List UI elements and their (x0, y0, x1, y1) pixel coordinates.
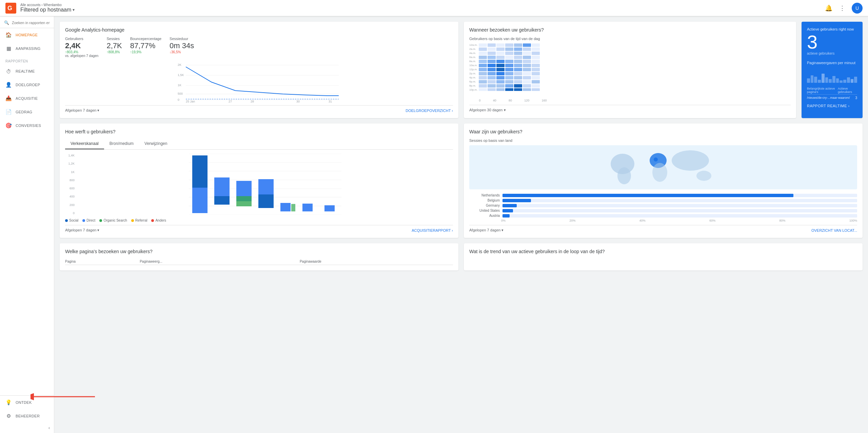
sidebar-collapse-button[interactable]: ‹ (0, 423, 54, 433)
svg-rect-58 (523, 64, 531, 67)
bar-chart-tabs: Verkeerskanaal Bron/medium Verwijzingen (65, 138, 453, 150)
sidebar-item-gedrag[interactable]: 📄 GEDRAG (0, 105, 54, 119)
locatie-overzicht-link[interactable]: OVERZICHT VAN LOCAT... (811, 228, 857, 232)
metric-sessies-change: ↑808,8% (106, 50, 122, 54)
svg-rect-52 (532, 60, 540, 63)
sparkline-bars (807, 68, 857, 83)
svg-rect-117 (192, 155, 208, 188)
conversies-icon: 🎯 (5, 122, 12, 129)
country-united-states: United States (469, 209, 857, 212)
metric-bounce-value: 87,77% (130, 41, 161, 50)
page-title[interactable]: Filtered op hostnaam ▾ (20, 7, 825, 13)
svg-rect-85 (514, 80, 522, 83)
svg-rect-90 (496, 84, 505, 88)
svg-rect-77 (505, 76, 513, 79)
svg-rect-118 (192, 188, 208, 213)
svg-rect-127 (302, 204, 313, 211)
tab-bron-medium[interactable]: Bron/medium (104, 138, 139, 149)
rapport-realtime-button[interactable]: RAPPORT REALTIME › (807, 104, 857, 108)
search-input[interactable] (12, 21, 50, 25)
svg-rect-80 (532, 76, 540, 79)
sidebar-item-beheerder[interactable]: ⚙ BEHEERDER (0, 409, 54, 423)
svg-rect-25 (479, 48, 487, 51)
col-paginawaarde: Paginawaarde (300, 258, 453, 265)
svg-rect-72 (523, 72, 531, 75)
svg-rect-33 (488, 52, 496, 55)
metric-gebruikers-label: Gebruikers (65, 37, 98, 41)
legend-direct: Direct (82, 219, 95, 222)
svg-rect-40 (488, 56, 496, 59)
welke-paginas-title: Welke pagina's bezoeken uw gebruikers? (65, 249, 453, 254)
svg-point-142 (654, 157, 658, 162)
wanneer-title: Wanneer bezoeken uw gebruikers? (469, 27, 791, 33)
line-chart-area: 2K 1,5K 1K 500 0 25 Jan (65, 62, 453, 102)
reports-section-label: Rapporten (0, 55, 54, 64)
svg-point-139 (652, 163, 667, 182)
tab-verwijzingen[interactable]: Verwijzingen (139, 138, 173, 149)
belgium-bar-fill (502, 199, 531, 202)
bar-chart-svg: 25 Jan 26 27 28 29 30 31 (77, 154, 453, 215)
sidebar-item-homepage[interactable]: 🏠 HOMEPAGE (0, 28, 54, 42)
svg-rect-88 (479, 84, 487, 88)
sidebar-search[interactable]: 🔍 (0, 16, 54, 28)
svg-rect-99 (514, 88, 522, 91)
analytics-overview-link[interactable]: DOELGROEPOVERZICHT › (406, 109, 453, 113)
active-users-count: 3 (807, 33, 857, 52)
ga-logo: G (5, 3, 16, 14)
bar-chart-container: 1,4K1,2K1K8006004002000 (65, 154, 453, 216)
sidebar-item-realtime[interactable]: ⏱ REALTIME (0, 64, 54, 78)
waar-zijn-period[interactable]: Afgelopen 7 dagen ▾ (469, 228, 504, 232)
sidebar-item-conversies[interactable]: 🎯 CONVERSIES (0, 119, 54, 132)
svg-rect-81 (479, 80, 487, 83)
svg-text:1K: 1K (178, 83, 181, 87)
sidebar-item-acquisitie[interactable]: 📥 ACQUISITIE (0, 92, 54, 105)
svg-rect-42 (505, 56, 513, 59)
bar-chart-area: 25 Jan 26 27 28 29 30 31 (77, 154, 453, 216)
svg-rect-96 (488, 88, 496, 91)
svg-rect-79 (523, 76, 531, 79)
sidebar: 🔍 🏠 HOMEPAGE ▦ AANPASSING Rapporten ⏱ RE… (0, 16, 54, 433)
acquisitie-rapport-link[interactable]: ACQUISITIERAPPORT › (412, 228, 453, 232)
metric-gebruikers-value: 2,4K (65, 41, 98, 50)
svg-rect-75 (488, 76, 496, 79)
wanneer-gebruikers-card: Wanneer bezoeken uw gebruikers? Gebruike… (464, 22, 796, 118)
hoe-werft-period[interactable]: Afgelopen 7 dagen ▾ (65, 228, 99, 232)
svg-text:1,5K: 1,5K (178, 73, 184, 77)
active-users-title: Actieve gebruikers right now (807, 27, 857, 31)
svg-text:31: 31 (329, 100, 332, 102)
country-belgium: Belgium (469, 199, 857, 202)
wanneer-period[interactable]: Afgelopen 30 dagen ▾ (469, 108, 506, 112)
metric-sessieduur-value: 0m 34s (170, 41, 194, 50)
notification-icon[interactable]: 🔔 (825, 4, 833, 12)
sidebar-item-doelgroep[interactable]: 👤 DOELGROEP (0, 78, 54, 92)
analytics-period-selector[interactable]: Afgelopen 7 dagen ▾ (65, 108, 99, 113)
sidebar-item-aanpassing[interactable]: ▦ AANPASSING (0, 42, 54, 55)
active-page-header: Belangrijkste actieve pagina's Actieve g… (807, 87, 857, 94)
svg-rect-125 (280, 203, 291, 211)
search-icon: 🔍 (4, 20, 9, 25)
actieve-trend-title: Wat is de trend van uw actieve gebruiker… (469, 249, 857, 254)
top-bar: G Alle accounts › Whenlambo Filtered op … (0, 0, 868, 16)
metric-sessieduur-change: ↓36,5% (170, 50, 194, 54)
user-avatar[interactable]: U (852, 3, 863, 14)
hoe-werft-card: Hoe werft u gebruikers? Verkeerskanaal B… (60, 124, 458, 238)
metric-sessieduur-label: Sessieduur (170, 37, 194, 41)
metric-sessies: Sessies 2,7K ↑808,8% (106, 37, 122, 58)
netherlands-bar-track (502, 194, 857, 197)
more-options-icon[interactable]: ⋮ (838, 4, 846, 12)
ontdek-icon: 💡 (5, 399, 12, 406)
svg-rect-120 (214, 196, 230, 205)
pages-table: Pagina Paginaweerg... Paginawaarde (65, 258, 453, 265)
svg-rect-65 (523, 68, 531, 71)
metric-bounce-change: ↑19,9% (130, 50, 161, 54)
metric-gebruikers: Gebruikers 2,4K ↑803,4% vs. afgelopen 7 … (65, 37, 98, 58)
top-bar-icons: 🔔 ⋮ U (825, 3, 863, 14)
svg-rect-100 (523, 88, 531, 91)
bar-chart-y-labels: 1,4K1,2K1K8006004002000 (65, 154, 75, 215)
svg-rect-68 (488, 72, 496, 75)
svg-rect-98 (505, 88, 513, 91)
svg-rect-24 (532, 43, 540, 47)
svg-rect-48 (496, 60, 505, 63)
tab-verkeerskanaal[interactable]: Verkeerskanaal (65, 138, 104, 149)
main-content: Google Analytics-homepage Gebruikers 2,4… (54, 16, 868, 433)
